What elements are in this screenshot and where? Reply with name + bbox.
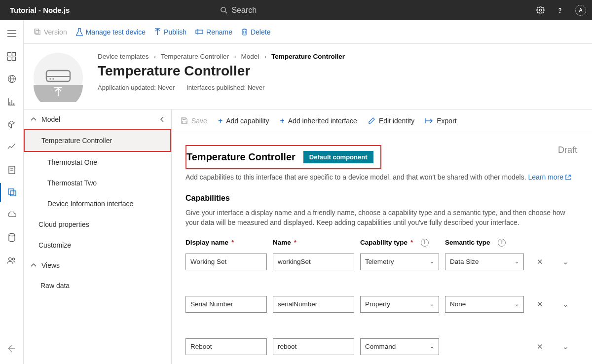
svg-rect-7 [8,52,11,56]
edit-identity-button[interactable]: Edit identity [368,117,414,125]
nav-chart-icon[interactable] [0,92,24,111]
delete-button[interactable]: Delete [241,28,270,36]
settings-icon[interactable] [536,6,545,15]
version-button[interactable]: Version [34,28,67,36]
delete-row-icon[interactable]: ✕ [530,300,550,309]
highlight-box-2: Temperature Controller Default component [185,145,381,169]
chevron-down-icon: ⌄ [515,301,519,307]
search-box[interactable]: Search [220,4,437,17]
svg-rect-9 [8,57,11,60]
hamburger-icon[interactable] [0,24,24,43]
plus-icon: + [218,116,222,125]
nav-admin-icon[interactable] [0,251,24,270]
svg-point-0 [221,7,225,12]
capabilities-description: Give your interface a display name and a… [185,208,578,228]
svg-point-3 [559,12,560,12]
semantic-type-select[interactable]: Data Size⌄ [445,254,524,270]
nav-device-templates-icon[interactable] [0,183,24,202]
nav-analytics-icon[interactable] [0,138,24,156]
tree-item-temperature-controller[interactable]: Temperature Controller [25,130,170,151]
display-name-input[interactable] [185,254,267,270]
expand-row-icon[interactable]: ⌄ [555,342,575,351]
breadcrumb-device-templates[interactable]: Device templates [98,53,149,60]
svg-point-26 [12,258,14,260]
name-input[interactable] [273,338,354,355]
account-icon[interactable]: A [575,5,586,16]
search-placeholder: Search [231,6,257,15]
main-panel: Save + Add capability + Add inherited in… [172,109,592,364]
info-icon[interactable]: i [498,239,506,247]
add-inherited-interface-button[interactable]: + Add inherited interface [280,116,357,125]
expand-row-icon[interactable]: ⌄ [555,300,575,309]
semantic-type-select[interactable]: None⌄ [445,296,524,313]
delete-row-icon[interactable]: ✕ [530,257,550,266]
capability-type-select[interactable]: Telemetry⌄ [360,254,439,270]
svg-rect-23 [10,191,16,196]
interfaces-published-label: Interfaces published: Never [186,84,264,91]
save-button[interactable]: Save [181,117,207,125]
col-display-name: Display name * [185,239,267,246]
nav-globe-icon[interactable] [0,70,24,88]
highlight-box: Temperature Controller [24,129,171,152]
draft-label: Draft [558,145,577,155]
add-capability-button[interactable]: + Add capability [218,116,269,125]
tree-item-cloud-properties[interactable]: Cloud properties [24,214,171,235]
publish-icon [154,28,161,36]
nav-dashboard-icon[interactable] [0,47,24,66]
nav-jobs-icon[interactable] [0,160,24,179]
plus-icon: + [280,116,284,125]
display-name-input[interactable] [185,296,267,313]
name-input[interactable] [273,254,354,270]
tree-item-device-info[interactable]: Device Information interface [24,193,171,214]
interface-description: Add capabilities to this interface that … [185,173,578,181]
nav-cloud-icon[interactable] [0,206,24,224]
chevron-down-icon: ⌄ [430,301,434,307]
expand-row-icon[interactable]: ⌄ [555,257,575,266]
collapse-icon[interactable] [160,116,164,122]
left-nav-rail [0,20,24,364]
breadcrumb-model[interactable]: Model [241,53,259,60]
info-icon[interactable]: i [421,239,429,247]
nav-data-icon[interactable] [0,228,24,247]
chevron-right-icon: › [264,53,266,60]
tree-item-raw-data[interactable]: Raw data [24,275,171,296]
chevron-down-icon: ⌄ [430,343,434,350]
export-icon [425,118,433,124]
breadcrumb-template-name[interactable]: Temperature Controller [161,53,229,60]
tree-item-thermostat-one[interactable]: Thermostat One [24,152,171,173]
device-icon [34,53,83,102]
tree-item-customize[interactable]: Customize [24,235,171,255]
body-split: Model Temperature Controller Thermostat … [24,109,592,364]
col-name: Name * [273,239,354,246]
tree-model-heading[interactable]: Model [24,109,171,129]
template-header: Device templates › Temperature Controlle… [24,44,592,109]
name-input[interactable] [273,296,354,313]
nav-collapse-icon[interactable] [0,339,24,358]
display-name-input[interactable] [185,338,267,355]
tree-item-thermostat-two[interactable]: Thermostat Two [24,173,171,193]
capability-type-select[interactable]: Command⌄ [360,338,439,355]
manage-test-device-button[interactable]: Manage test device [76,28,146,36]
app-title: Tutorial - Node.js [6,6,70,14]
chevron-right-icon: › [154,53,156,60]
default-component-badge: Default component [303,151,373,163]
svg-rect-28 [36,31,40,35]
svg-rect-8 [12,52,16,56]
nav-rules-icon[interactable] [0,115,24,134]
rename-icon [195,29,203,35]
template-toolbar: Version Manage test device Publish Renam… [24,20,592,44]
svg-point-2 [539,9,541,11]
learn-more-link[interactable]: Learn more [528,173,571,181]
help-icon[interactable] [555,6,564,15]
chevron-up-icon [31,117,37,121]
chevron-down-icon: ⌄ [515,258,519,265]
rename-button[interactable]: Rename [195,28,232,36]
svg-rect-31 [196,30,203,34]
pencil-icon [368,117,375,124]
export-button[interactable]: Export [425,117,456,125]
interface-toolbar: Save + Add capability + Add inherited in… [172,109,592,132]
delete-row-icon[interactable]: ✕ [530,342,550,351]
tree-views-heading[interactable]: Views [24,255,171,275]
publish-button[interactable]: Publish [154,28,186,36]
capability-type-select[interactable]: Property⌄ [360,296,439,313]
